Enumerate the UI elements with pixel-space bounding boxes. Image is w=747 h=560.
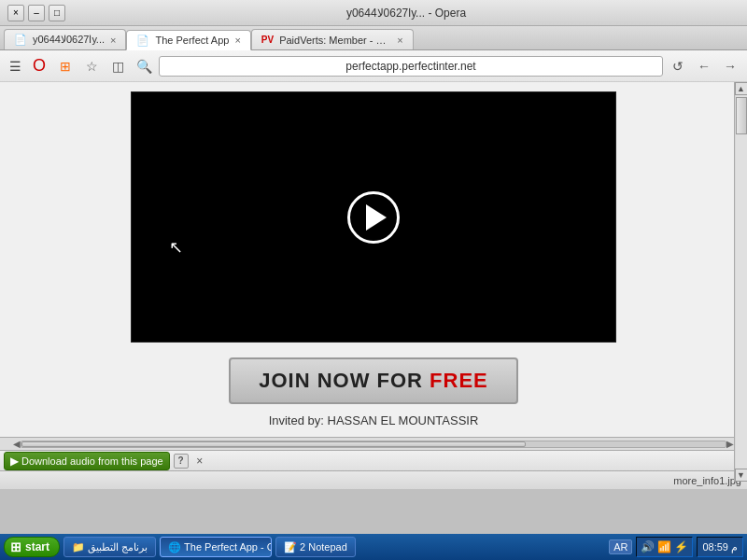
play-button[interactable] <box>347 191 400 244</box>
download-button-label: Download audio from this page <box>21 455 163 467</box>
tab2-close[interactable]: × <box>234 35 240 46</box>
taskbar-item-1-label: برنامج التطبيق <box>88 541 148 553</box>
download-close-button[interactable]: × <box>192 454 207 469</box>
taskbar-item-2-label: The Perfect App - Go... <box>184 541 272 553</box>
download-audio-button[interactable]: ▶ Download audio from this page <box>4 452 170 470</box>
tab2-label: The Perfect App <box>155 35 229 46</box>
play-triangle-icon <box>366 204 387 231</box>
taskbar: ⊞ start 📁 برنامج التطبيق 🌐 The Perfect A… <box>0 534 747 560</box>
page-content: ↖ JOIN NOW FOR FREE Invited by: HASSAN E… <box>0 82 747 437</box>
taskbar-right: AR 🔊 📶 ⚡ 08:59 م <box>609 537 743 557</box>
tab-2[interactable]: 📄 The Perfect App × <box>126 30 250 50</box>
tab3-label: PaidVerts: Member - Paid Ac <box>279 35 391 46</box>
address-bar[interactable] <box>159 56 663 77</box>
download-bar: ▶ Download audio from this page ? × <box>0 450 747 470</box>
rss-icon[interactable]: ⊞ <box>54 55 77 77</box>
opera-icon[interactable]: O <box>28 55 50 77</box>
join-button[interactable]: JOIN NOW FOR FREE <box>229 357 518 404</box>
cursor-icon: ↖ <box>169 237 183 258</box>
tab-bar: 📄 уا0627لا0644у... × 📄 The Perfect App ×… <box>0 26 747 50</box>
status-bar: more_info1.jpg <box>0 470 747 489</box>
scroll-track-h[interactable] <box>21 441 726 448</box>
tray-icon-1: 🔊 <box>641 540 655 553</box>
tab1-favicon: 📄 <box>14 34 27 46</box>
tab3-favicon: PV <box>261 35 274 45</box>
browser-icon: 🌐 <box>168 541 181 553</box>
language-button[interactable]: AR <box>609 539 632 554</box>
history-icon[interactable]: ◫ <box>106 55 129 77</box>
taskbar-item-3-label: 2 Notepad <box>300 541 347 553</box>
file-status: more_info1.jpg <box>673 475 741 486</box>
tab-1[interactable]: 📄 уا0627لا0644у... × <box>4 29 126 49</box>
window-controls[interactable]: × – □ <box>7 5 65 21</box>
join-button-prefix: JOIN NOW FOR <box>259 369 430 392</box>
title-bar: × – □ уا0627لا0644у... - Opera <box>0 0 747 26</box>
bookmark-icon[interactable]: ☆ <box>80 55 103 77</box>
tab1-close[interactable]: × <box>110 35 116 46</box>
minimize-btn[interactable]: – <box>28 5 45 21</box>
taskbar-item-browser[interactable]: 🌐 The Perfect App - Go... <box>160 537 272 557</box>
menu-button[interactable]: ☰ <box>6 55 24 77</box>
scroll-right-arrow[interactable]: ▶ <box>726 439 734 449</box>
toolbar: ☰ O ⊞ ☆ ◫ 🔍 ↺ ← → <box>0 50 747 82</box>
reload-icon[interactable]: ↺ <box>667 55 689 77</box>
horizontal-scrollbar[interactable]: ◀ ▶ <box>0 437 747 450</box>
back-icon[interactable]: ← <box>693 55 715 77</box>
vertical-scrollbar[interactable]: ▲ ▼ <box>734 82 747 482</box>
start-label: start <box>25 540 49 553</box>
scroll-up-arrow[interactable]: ▲ <box>735 82 748 95</box>
scroll-left-arrow[interactable]: ◀ <box>13 439 21 449</box>
windows-logo-icon: ⊞ <box>10 539 21 554</box>
scroll-down-arrow[interactable]: ▼ <box>735 469 748 482</box>
tab1-label: уا0627لا0644у... <box>33 34 105 46</box>
start-button[interactable]: ⊞ start <box>4 537 60 557</box>
forward-icon[interactable]: → <box>719 55 741 77</box>
scroll-track-v[interactable] <box>736 95 747 469</box>
close-btn[interactable]: × <box>7 5 24 21</box>
search-icon[interactable]: 🔍 <box>133 55 155 77</box>
scroll-thumb-h[interactable] <box>21 441 526 447</box>
tray-icon-3: ⚡ <box>674 540 688 553</box>
maximize-btn[interactable]: □ <box>49 5 65 21</box>
tab2-favicon: 📄 <box>136 35 149 47</box>
system-tray: 🔊 📶 ⚡ <box>636 537 693 557</box>
system-clock: 08:59 م <box>697 537 743 557</box>
window-title: уا0627لا0644у... - Opera <box>73 7 740 20</box>
scroll-thumb-v[interactable] <box>736 97 747 134</box>
cta-area: JOIN NOW FOR FREE Invited by: HASSAN EL … <box>229 357 518 427</box>
join-button-free: FREE <box>430 369 488 392</box>
taskbar-item-notepad[interactable]: 📝 2 Notepad <box>275 537 356 557</box>
tab-3[interactable]: PV PaidVerts: Member - Paid Ac × <box>251 29 414 49</box>
tab3-close[interactable]: × <box>397 35 402 46</box>
folder-icon: 📁 <box>72 541 85 553</box>
download-help-button[interactable]: ? <box>174 454 189 469</box>
taskbar-item-folder[interactable]: 📁 برنامج التطبيق <box>63 537 156 557</box>
download-arrow-icon: ▶ <box>10 455 19 468</box>
video-player: ↖ <box>131 91 616 343</box>
tray-icon-2: 📶 <box>657 540 671 553</box>
invited-by-text: Invited by: HASSAN EL MOUNTASSIR <box>269 413 479 427</box>
notepad-icon: 📝 <box>284 541 297 553</box>
